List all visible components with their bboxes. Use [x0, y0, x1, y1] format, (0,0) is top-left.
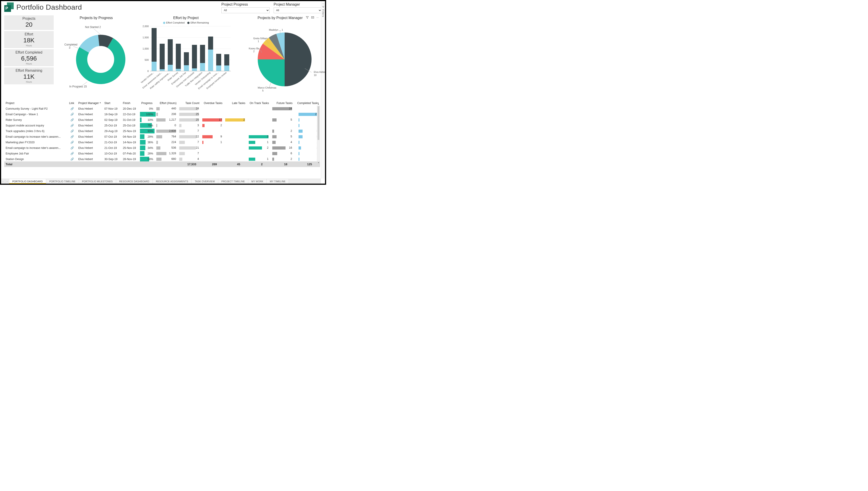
- tab-portfolio-dashboard[interactable]: PORTFOLIO DASHBOARD: [9, 179, 46, 184]
- funnel-icon[interactable]: [322, 6, 324, 8]
- table-row[interactable]: Email campaign to increase rider's aware…: [4, 145, 320, 151]
- tab-nav-next[interactable]: ›: [5, 179, 9, 184]
- svg-text:Kasey Ba...: Kasey Ba...: [249, 47, 261, 50]
- slicer-project progress[interactable]: All: [221, 7, 270, 13]
- svg-text:2: 2: [253, 50, 255, 53]
- link-icon[interactable]: 🔗: [71, 124, 74, 127]
- progress-cell: 29%: [140, 134, 155, 140]
- filter-icon[interactable]: [306, 16, 309, 20]
- table-row[interactable]: Community Survey - Light Rail P2 🔗 Elva …: [4, 106, 320, 112]
- kpi-value: 6,596: [21, 55, 37, 62]
- table-row[interactable]: Email Campaign - Wave 1 🔗 Elva Hebert 18…: [4, 111, 320, 117]
- svg-text:10: 10: [314, 74, 316, 77]
- tab-my-work[interactable]: MY WORK: [248, 179, 267, 184]
- project-manager: Elva Hebert: [77, 151, 103, 156]
- tab-resource-assignments[interactable]: RESOURCE ASSIGNMENTS: [153, 179, 192, 184]
- svg-rect-28: [176, 44, 181, 69]
- progress-cell: 58%: [140, 156, 155, 162]
- project-name: Marketing plan FY2020: [4, 140, 68, 145]
- table-row[interactable]: Support mobile account inquiry 🔗 Elva He…: [4, 123, 320, 128]
- column-header[interactable]: Late Tasks: [224, 101, 247, 106]
- more-icon[interactable]: ···: [316, 16, 319, 20]
- table-row[interactable]: Station Design 🔗 Elva Hebert 30-Sep-19 2…: [4, 156, 320, 162]
- column-header[interactable]: On Track Tasks: [247, 101, 270, 106]
- column-header[interactable]: Task Count: [178, 101, 201, 106]
- tab-portfolio-timeline[interactable]: PORTFOLIO TIMELINE: [46, 179, 79, 184]
- column-header[interactable]: Completed Tasks: [294, 101, 320, 106]
- table-row[interactable]: Track upgrades (miles 3 thru 6) 🔗 Elva H…: [4, 128, 320, 134]
- svg-rect-42: [216, 65, 221, 71]
- kpi-card[interactable]: Effort Remaining 11K Hours: [4, 67, 54, 84]
- progress-cell: 75%: [140, 123, 155, 128]
- column-header[interactable]: Finish: [121, 101, 140, 106]
- kpi-value: 18K: [23, 36, 34, 45]
- subscribe-icon[interactable]: [311, 16, 314, 20]
- slicer-label: Project Progress: [221, 2, 270, 6]
- progress-cell: 93%: [140, 128, 155, 134]
- svg-rect-24: [168, 65, 173, 71]
- finish-date: 14-Nov-19: [121, 140, 140, 145]
- table-row[interactable]: Marketing plan FY2020 🔗 Elva Hebert 21-O…: [4, 140, 320, 145]
- column-header[interactable]: Project Manager ▲: [77, 101, 103, 106]
- link-icon[interactable]: 🔗: [71, 157, 74, 161]
- project-manager: Elva Hebert: [77, 111, 103, 117]
- start-date: 25-Oct-19: [103, 123, 121, 128]
- expand-pane-icon[interactable]: ‹: [323, 2, 324, 5]
- column-header[interactable]: Progress: [140, 101, 155, 106]
- link-icon[interactable]: 🔗: [71, 129, 74, 133]
- kpi-label: Effort Remaining: [16, 68, 43, 73]
- link-icon[interactable]: 🔗: [71, 152, 74, 155]
- svg-rect-45: [224, 65, 229, 71]
- tab-my-timeline[interactable]: MY TIMELINE: [267, 179, 289, 184]
- table-row[interactable]: Rider Survey 🔗 Elva Hebert 02-Sep-19 31-…: [4, 117, 320, 123]
- column-header[interactable]: Project: [4, 101, 68, 106]
- column-header[interactable]: Link: [68, 101, 77, 106]
- link-icon[interactable]: 🔗: [71, 113, 74, 116]
- svg-text:Vendor Onboa...: Vendor Onboa...: [140, 71, 154, 84]
- kpi-label: Effort: [25, 32, 33, 36]
- svg-rect-18: [151, 62, 157, 71]
- chart-effort-by-project[interactable]: Effort by Project Effort Completed Effor…: [139, 16, 233, 99]
- table-row[interactable]: Email campaign to increase rider's aware…: [4, 134, 320, 140]
- link-icon[interactable]: 🔗: [71, 135, 74, 138]
- column-header[interactable]: Future Tasks: [270, 101, 294, 106]
- tab-nav-prev[interactable]: ‹: [1, 179, 5, 184]
- svg-text:1,000: 1,000: [142, 47, 149, 50]
- svg-text:3: 3: [69, 46, 71, 49]
- finish-date: 25-Nov-19: [121, 128, 140, 134]
- project-name: Email campaign to increase rider's aware…: [4, 134, 68, 140]
- start-date: 30-Sep-19: [103, 156, 121, 162]
- project-name: Employee Job Fair: [4, 151, 68, 156]
- project-name: Community Survey - Light Rail P2: [4, 106, 68, 112]
- table-row[interactable]: Employee Job Fair 🔗 Elva Hebert 10-Oct-1…: [4, 151, 320, 156]
- chart-title: Effort by Project: [173, 16, 199, 21]
- finish-date: 25-Nov-19: [121, 145, 140, 151]
- tab-project-timeline[interactable]: PROJECT TIMELINE: [218, 179, 248, 184]
- finish-date: 04-Nov-19: [121, 134, 140, 140]
- column-header[interactable]: Effort (Hours): [155, 101, 178, 106]
- slicer-label: Project Manager: [274, 2, 322, 6]
- kpi-card[interactable]: Projects 20: [4, 16, 54, 30]
- svg-rect-43: [216, 54, 221, 65]
- slicer-project manager[interactable]: All: [274, 7, 322, 13]
- tab-resource-dashboard[interactable]: RESOURCE DASHBOARD: [116, 179, 153, 184]
- link-icon[interactable]: 🔗: [71, 118, 74, 121]
- project-name: Email Campaign - Wave 1: [4, 111, 68, 117]
- column-header[interactable]: Start: [103, 101, 121, 106]
- kpi-value: 11K: [23, 73, 34, 81]
- scrollbar-vertical[interactable]: ▴ ▾: [317, 106, 320, 161]
- chart-projects-by-manager[interactable]: Projects by Project Manager Elva Hebert1…: [235, 16, 325, 99]
- filters-pane-label[interactable]: Filters: [322, 9, 324, 17]
- chart-projects-by-progress[interactable]: Projects by Progress Not Started 2Comple…: [56, 16, 137, 99]
- link-icon[interactable]: 🔗: [71, 141, 74, 144]
- svg-line-2: [94, 29, 101, 35]
- kpi-card[interactable]: Effort Completed 6,596 Hours: [4, 49, 54, 66]
- tab-task-overview[interactable]: TASK OVERVIEW: [192, 179, 218, 184]
- projects-table[interactable]: ProjectLinkProject Manager ▲StartFinishP…: [4, 101, 320, 167]
- column-header[interactable]: Overdue Tasks: [201, 101, 224, 106]
- link-icon[interactable]: 🔗: [71, 146, 74, 149]
- tab-portfolio-milestones[interactable]: PORTFOLIO MILESTONES: [79, 179, 116, 184]
- kpi-card[interactable]: Effort 18K Hours: [4, 31, 54, 48]
- finish-date: 07-Feb-20: [121, 151, 140, 156]
- link-icon[interactable]: 🔗: [71, 107, 74, 110]
